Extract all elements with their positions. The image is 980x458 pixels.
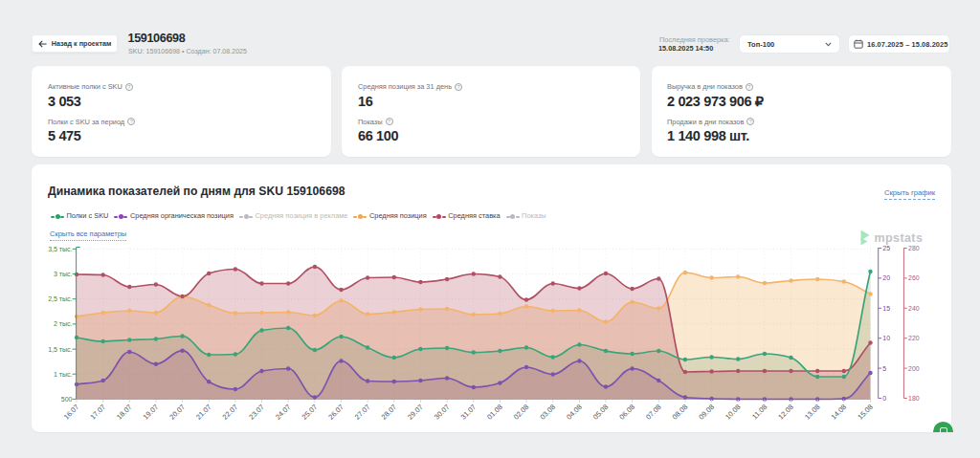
svg-text:23.07: 23.07	[247, 403, 266, 422]
svg-text:200: 200	[908, 365, 920, 372]
svg-text:04.08: 04.08	[565, 403, 584, 422]
svg-text:24.07: 24.07	[274, 403, 293, 422]
svg-text:12.08: 12.08	[776, 403, 795, 422]
svg-text:mpstats: mpstats	[875, 231, 924, 245]
svg-text:1 тыс.: 1 тыс.	[54, 371, 73, 378]
svg-text:18.07: 18.07	[115, 403, 134, 422]
svg-text:500: 500	[61, 396, 73, 403]
svg-text:15.08: 15.08	[856, 403, 875, 422]
svg-text:13.08: 13.08	[803, 403, 822, 422]
svg-text:28.07: 28.07	[380, 403, 399, 422]
svg-text:2,5 тыс.: 2,5 тыс.	[48, 295, 72, 302]
svg-text:1,5 тыс.: 1,5 тыс.	[48, 346, 72, 353]
svg-text:20: 20	[882, 274, 890, 281]
svg-text:07.08: 07.08	[644, 403, 663, 422]
svg-text:180: 180	[908, 395, 920, 402]
svg-text:2 тыс.: 2 тыс.	[54, 320, 73, 327]
svg-text:0: 0	[882, 395, 886, 402]
svg-text:280: 280	[908, 245, 920, 251]
svg-text:10.08: 10.08	[724, 403, 743, 422]
svg-text:240: 240	[908, 305, 920, 312]
svg-text:5: 5	[882, 365, 886, 372]
svg-text:05.08: 05.08	[591, 403, 611, 422]
svg-text:21.07: 21.07	[194, 403, 213, 422]
svg-text:25: 25	[882, 245, 890, 251]
svg-text:20.07: 20.07	[167, 403, 187, 422]
svg-text:29.07: 29.07	[406, 403, 425, 422]
svg-text:16.07: 16.07	[62, 403, 81, 422]
svg-text:01.08: 01.08	[485, 403, 504, 422]
svg-text:09.08: 09.08	[697, 403, 716, 422]
svg-text:30.07: 30.07	[433, 403, 452, 422]
svg-text:11.08: 11.08	[750, 403, 768, 421]
svg-text:10: 10	[882, 335, 890, 341]
svg-text:03.08: 03.08	[538, 403, 557, 422]
svg-text:17.07: 17.07	[88, 403, 107, 422]
svg-text:06.08: 06.08	[617, 403, 636, 422]
svg-text:31.07: 31.07	[459, 403, 479, 422]
svg-text:15: 15	[882, 305, 890, 312]
svg-text:26.07: 26.07	[326, 403, 345, 422]
svg-text:22.07: 22.07	[221, 403, 240, 422]
svg-text:220: 220	[908, 335, 920, 341]
svg-text:08.08: 08.08	[671, 403, 690, 422]
svg-text:25.07: 25.07	[301, 403, 320, 422]
svg-text:14.08: 14.08	[830, 403, 849, 422]
svg-text:3,5 тыс.: 3,5 тыс.	[48, 246, 72, 252]
svg-text:27.07: 27.07	[353, 403, 372, 422]
svg-text:02.08: 02.08	[512, 403, 531, 422]
svg-text:3 тыс.: 3 тыс.	[54, 271, 73, 277]
svg-text:19.07: 19.07	[142, 403, 161, 422]
svg-text:260: 260	[908, 274, 920, 281]
